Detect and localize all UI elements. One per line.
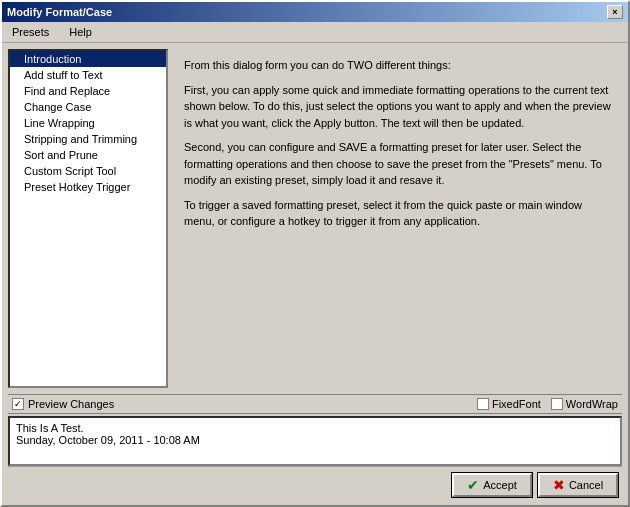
nav-item-find-replace[interactable]: Find and Replace	[10, 83, 166, 99]
menu-presets[interactable]: Presets	[6, 24, 55, 40]
wordwrap-checkbox[interactable]	[551, 398, 563, 410]
window-title: Modify Format/Case	[7, 6, 112, 18]
accept-label: Accept	[483, 479, 517, 491]
nav-item-add-stuff[interactable]: Add stuff to Text	[10, 67, 166, 83]
menu-help[interactable]: Help	[63, 24, 98, 40]
cancel-icon: ✖	[553, 477, 565, 493]
title-bar-controls: ×	[607, 5, 623, 19]
title-bar: Modify Format/Case ×	[2, 2, 628, 22]
close-button[interactable]: ×	[607, 5, 623, 19]
nav-item-stripping-trimming[interactable]: Stripping and Trimming	[10, 131, 166, 147]
main-content: Introduction Add stuff to Text Find and …	[2, 43, 628, 394]
preview-label: Preview Changes	[12, 398, 114, 410]
wordwrap-label: WordWrap	[566, 398, 618, 410]
info-heading: From this dialog form you can do TWO dif…	[184, 57, 612, 74]
cancel-label: Cancel	[569, 479, 603, 491]
info-paragraph3: To trigger a saved formatting preset, se…	[184, 197, 612, 230]
button-bar: ✔ Accept ✖ Cancel	[8, 466, 622, 499]
info-paragraph1: First, you can apply some quick and imme…	[184, 82, 612, 132]
nav-item-preset-hotkey[interactable]: Preset Hotkey Trigger	[10, 179, 166, 195]
preview-text-line2: Sunday, October 09, 2011 - 10:08 AM	[16, 434, 614, 446]
options-right: FixedFont WordWrap	[477, 398, 618, 410]
nav-item-custom-script[interactable]: Custom Script Tool	[10, 163, 166, 179]
preview-text-line1: This Is A Test.	[16, 422, 614, 434]
info-panel: From this dialog form you can do TWO dif…	[174, 49, 622, 388]
preview-text-box: This Is A Test. Sunday, October 09, 2011…	[8, 416, 622, 466]
title-bar-text: Modify Format/Case	[7, 6, 112, 18]
option-fixedfont: FixedFont	[477, 398, 541, 410]
option-wordwrap: WordWrap	[551, 398, 618, 410]
menu-bar: Presets Help	[2, 22, 628, 43]
fixedfont-label: FixedFont	[492, 398, 541, 410]
bottom-section: Preview Changes FixedFont WordWrap This …	[2, 394, 628, 505]
main-window: Modify Format/Case × Presets Help Introd…	[0, 0, 630, 507]
preview-bar: Preview Changes FixedFont WordWrap	[8, 394, 622, 414]
fixedfont-checkbox[interactable]	[477, 398, 489, 410]
nav-item-line-wrapping[interactable]: Line Wrapping	[10, 115, 166, 131]
nav-item-sort-prune[interactable]: Sort and Prune	[10, 147, 166, 163]
accept-button[interactable]: ✔ Accept	[452, 473, 532, 497]
accept-icon: ✔	[467, 477, 479, 493]
info-paragraph2: Second, you can configure and SAVE a for…	[184, 139, 612, 189]
nav-item-introduction[interactable]: Introduction	[10, 51, 166, 67]
cancel-button[interactable]: ✖ Cancel	[538, 473, 618, 497]
nav-item-change-case[interactable]: Change Case	[10, 99, 166, 115]
preview-label-text: Preview Changes	[28, 398, 114, 410]
preview-checkbox[interactable]	[12, 398, 24, 410]
nav-panel: Introduction Add stuff to Text Find and …	[8, 49, 168, 388]
